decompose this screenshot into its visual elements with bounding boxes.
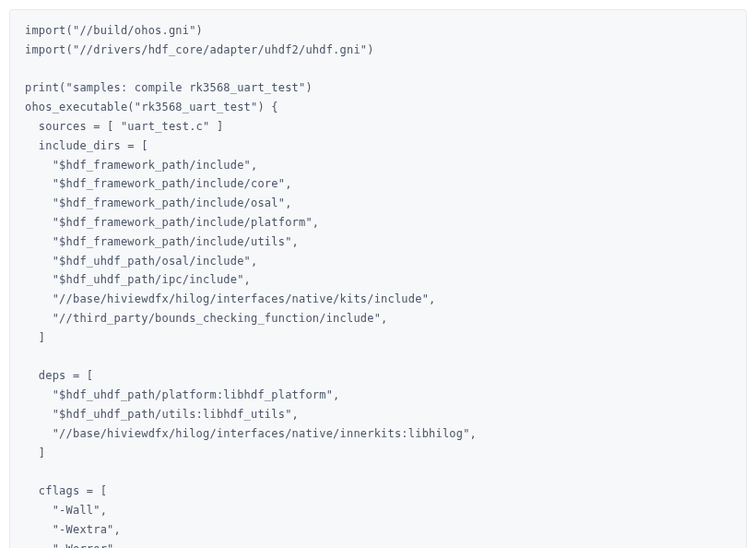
code-content: import("//build/ohos.gni") import("//dri… (25, 24, 477, 548)
code-block: import("//build/ohos.gni") import("//dri… (9, 9, 747, 548)
